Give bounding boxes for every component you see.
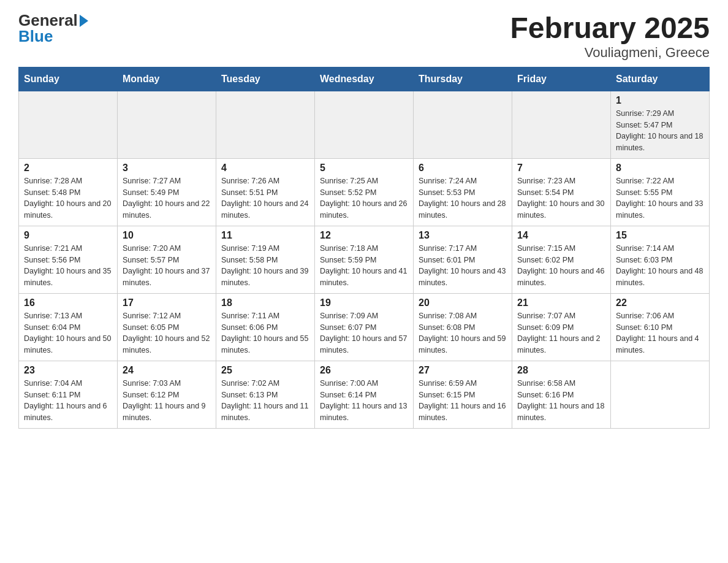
day-number: 12 (320, 230, 408, 241)
calendar-cell: 2Sunrise: 7:28 AMSunset: 5:48 PMDaylight… (19, 158, 118, 226)
logo-blue-text: Blue (18, 28, 53, 44)
day-number: 1 (616, 95, 704, 106)
day-info: Sunrise: 7:02 AMSunset: 6:13 PMDaylight:… (221, 378, 309, 424)
calendar-cell: 18Sunrise: 7:11 AMSunset: 6:06 PMDayligh… (216, 293, 315, 361)
col-header-friday: Friday (512, 67, 611, 91)
calendar-week-row: 1Sunrise: 7:29 AMSunset: 5:47 PMDaylight… (19, 91, 710, 158)
page-subtitle: Vouliagmeni, Greece (510, 45, 710, 61)
day-number: 3 (123, 163, 211, 174)
calendar-week-row: 9Sunrise: 7:21 AMSunset: 5:56 PMDaylight… (19, 226, 710, 293)
day-number: 24 (123, 365, 211, 376)
calendar-cell: 27Sunrise: 6:59 AMSunset: 6:15 PMDayligh… (414, 361, 512, 428)
title-block: February 2025 Vouliagmeni, Greece (510, 12, 710, 61)
col-header-tuesday: Tuesday (216, 67, 315, 91)
calendar-cell: 8Sunrise: 7:22 AMSunset: 5:55 PMDaylight… (611, 158, 710, 226)
day-info: Sunrise: 7:18 AMSunset: 5:59 PMDaylight:… (320, 243, 408, 289)
day-number: 4 (221, 163, 309, 174)
day-number: 22 (616, 297, 704, 308)
day-info: Sunrise: 7:03 AMSunset: 6:12 PMDaylight:… (123, 378, 211, 424)
day-info: Sunrise: 7:28 AMSunset: 5:48 PMDaylight:… (24, 175, 112, 221)
day-number: 13 (419, 230, 507, 241)
calendar-week-row: 2Sunrise: 7:28 AMSunset: 5:48 PMDaylight… (19, 158, 710, 226)
day-info: Sunrise: 7:21 AMSunset: 5:56 PMDaylight:… (24, 243, 112, 289)
day-info: Sunrise: 7:19 AMSunset: 5:58 PMDaylight:… (221, 243, 309, 289)
calendar-cell: 9Sunrise: 7:21 AMSunset: 5:56 PMDaylight… (19, 226, 118, 293)
day-number: 16 (24, 297, 112, 308)
day-number: 9 (24, 230, 112, 241)
day-number: 27 (419, 365, 507, 376)
day-info: Sunrise: 7:11 AMSunset: 6:06 PMDaylight:… (221, 310, 309, 356)
calendar-cell: 16Sunrise: 7:13 AMSunset: 6:04 PMDayligh… (19, 293, 118, 361)
calendar-cell (216, 91, 315, 158)
calendar-cell: 12Sunrise: 7:18 AMSunset: 5:59 PMDayligh… (315, 226, 414, 293)
calendar-cell (611, 361, 710, 428)
day-info: Sunrise: 6:58 AMSunset: 6:16 PMDaylight:… (517, 378, 605, 424)
calendar-cell: 1Sunrise: 7:29 AMSunset: 5:47 PMDaylight… (611, 91, 710, 158)
page-title: February 2025 (510, 12, 710, 45)
day-info: Sunrise: 7:26 AMSunset: 5:51 PMDaylight:… (221, 175, 309, 221)
col-header-wednesday: Wednesday (315, 67, 414, 91)
calendar-cell (315, 91, 414, 158)
day-info: Sunrise: 7:12 AMSunset: 6:05 PMDaylight:… (123, 310, 211, 356)
calendar-cell: 7Sunrise: 7:23 AMSunset: 5:54 PMDaylight… (512, 158, 611, 226)
day-number: 21 (517, 297, 605, 308)
day-number: 20 (419, 297, 507, 308)
day-number: 11 (221, 230, 309, 241)
calendar-cell: 11Sunrise: 7:19 AMSunset: 5:58 PMDayligh… (216, 226, 315, 293)
day-info: Sunrise: 7:17 AMSunset: 6:01 PMDaylight:… (419, 243, 507, 289)
logo: General Blue (18, 12, 88, 44)
calendar-cell: 24Sunrise: 7:03 AMSunset: 6:12 PMDayligh… (118, 361, 216, 428)
calendar-cell (19, 91, 118, 158)
day-info: Sunrise: 7:14 AMSunset: 6:03 PMDaylight:… (616, 243, 704, 289)
col-header-monday: Monday (118, 67, 216, 91)
calendar-cell: 6Sunrise: 7:24 AMSunset: 5:53 PMDaylight… (414, 158, 512, 226)
calendar-cell: 28Sunrise: 6:58 AMSunset: 6:16 PMDayligh… (512, 361, 611, 428)
calendar-header-row: SundayMondayTuesdayWednesdayThursdayFrid… (19, 67, 710, 91)
day-number: 10 (123, 230, 211, 241)
day-number: 17 (123, 297, 211, 308)
day-info: Sunrise: 7:06 AMSunset: 6:10 PMDaylight:… (616, 310, 704, 356)
calendar-table: SundayMondayTuesdayWednesdayThursdayFrid… (18, 67, 710, 429)
day-info: Sunrise: 7:23 AMSunset: 5:54 PMDaylight:… (517, 175, 605, 221)
day-info: Sunrise: 7:04 AMSunset: 6:11 PMDaylight:… (24, 378, 112, 424)
calendar-cell: 5Sunrise: 7:25 AMSunset: 5:52 PMDaylight… (315, 158, 414, 226)
day-info: Sunrise: 7:09 AMSunset: 6:07 PMDaylight:… (320, 310, 408, 356)
day-info: Sunrise: 7:27 AMSunset: 5:49 PMDaylight:… (123, 175, 211, 221)
calendar-cell: 10Sunrise: 7:20 AMSunset: 5:57 PMDayligh… (118, 226, 216, 293)
calendar-cell: 22Sunrise: 7:06 AMSunset: 6:10 PMDayligh… (611, 293, 710, 361)
calendar-cell: 26Sunrise: 7:00 AMSunset: 6:14 PMDayligh… (315, 361, 414, 428)
calendar-cell (414, 91, 512, 158)
calendar-cell (118, 91, 216, 158)
day-info: Sunrise: 7:08 AMSunset: 6:08 PMDaylight:… (419, 310, 507, 356)
day-info: Sunrise: 7:22 AMSunset: 5:55 PMDaylight:… (616, 175, 704, 221)
logo-general-text: General (18, 12, 78, 28)
day-info: Sunrise: 7:20 AMSunset: 5:57 PMDaylight:… (123, 243, 211, 289)
page-header: General Blue February 2025 Vouliagmeni, … (18, 12, 710, 61)
day-number: 26 (320, 365, 408, 376)
day-info: Sunrise: 7:13 AMSunset: 6:04 PMDaylight:… (24, 310, 112, 356)
calendar-cell: 17Sunrise: 7:12 AMSunset: 6:05 PMDayligh… (118, 293, 216, 361)
day-number: 19 (320, 297, 408, 308)
day-number: 6 (419, 163, 507, 174)
calendar-cell: 4Sunrise: 7:26 AMSunset: 5:51 PMDaylight… (216, 158, 315, 226)
calendar-cell: 13Sunrise: 7:17 AMSunset: 6:01 PMDayligh… (414, 226, 512, 293)
col-header-sunday: Sunday (19, 67, 118, 91)
day-number: 14 (517, 230, 605, 241)
day-info: Sunrise: 7:24 AMSunset: 5:53 PMDaylight:… (419, 175, 507, 221)
day-number: 23 (24, 365, 112, 376)
col-header-thursday: Thursday (414, 67, 512, 91)
col-header-saturday: Saturday (611, 67, 710, 91)
day-info: Sunrise: 7:07 AMSunset: 6:09 PMDaylight:… (517, 310, 605, 356)
logo-arrow-icon (80, 15, 88, 27)
calendar-cell: 20Sunrise: 7:08 AMSunset: 6:08 PMDayligh… (414, 293, 512, 361)
calendar-cell: 15Sunrise: 7:14 AMSunset: 6:03 PMDayligh… (611, 226, 710, 293)
day-number: 5 (320, 163, 408, 174)
calendar-cell: 21Sunrise: 7:07 AMSunset: 6:09 PMDayligh… (512, 293, 611, 361)
day-number: 25 (221, 365, 309, 376)
day-number: 15 (616, 230, 704, 241)
day-number: 8 (616, 163, 704, 174)
day-number: 7 (517, 163, 605, 174)
calendar-week-row: 16Sunrise: 7:13 AMSunset: 6:04 PMDayligh… (19, 293, 710, 361)
day-info: Sunrise: 7:00 AMSunset: 6:14 PMDaylight:… (320, 378, 408, 424)
calendar-cell: 19Sunrise: 7:09 AMSunset: 6:07 PMDayligh… (315, 293, 414, 361)
